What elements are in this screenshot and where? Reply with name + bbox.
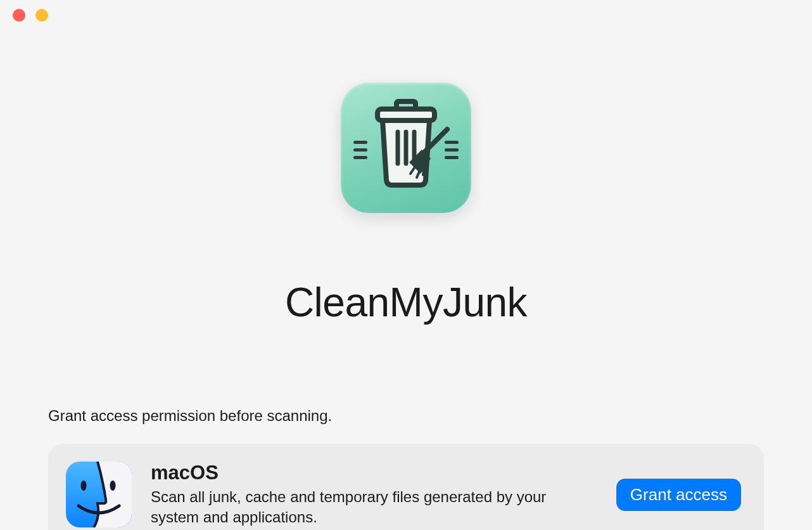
app-title: CleanMyJunk [285,279,527,326]
app-icon [341,82,471,213]
window-controls [13,9,48,22]
grant-access-button[interactable]: Grant access [616,479,741,511]
permission-card: macOS Scan all junk, cache and temporary… [48,444,764,530]
permission-section: Grant access permission before scanning. [0,407,812,530]
svg-rect-4 [445,148,459,152]
permission-card-description: Scan all junk, cache and temporary files… [151,487,597,528]
svg-rect-2 [353,156,367,159]
trash-broom-icon [341,82,471,213]
permission-text: macOS Scan all junk, cache and temporary… [151,462,597,528]
svg-rect-0 [353,141,367,144]
svg-rect-5 [445,156,459,159]
close-window-button[interactable] [13,9,25,22]
svg-point-17 [110,481,116,491]
svg-point-16 [81,481,87,491]
main-content: CleanMyJunk Grant access permission befo… [0,0,812,530]
svg-rect-3 [445,141,459,144]
minimize-window-button[interactable] [35,9,48,22]
permission-prompt: Grant access permission before scanning. [48,407,764,425]
finder-icon [66,462,132,527]
permission-card-title: macOS [151,462,597,484]
svg-line-13 [423,164,424,175]
svg-rect-1 [353,148,367,152]
